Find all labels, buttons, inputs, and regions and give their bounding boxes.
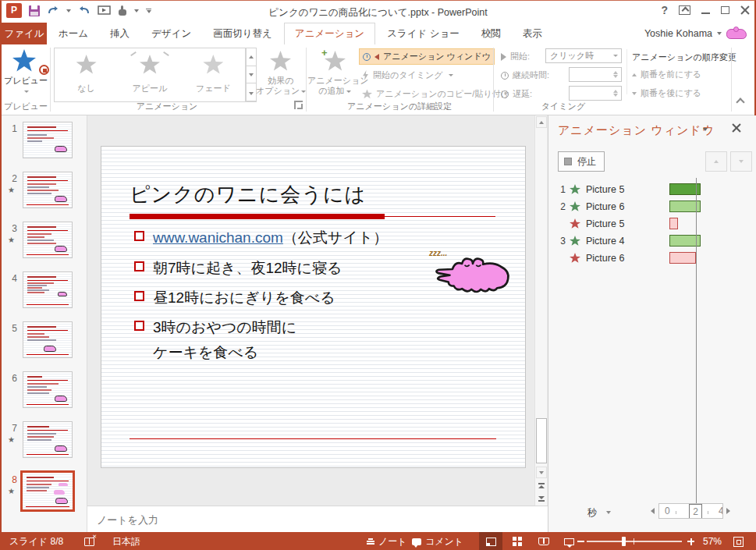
tab-review[interactable]: 校閲 xyxy=(471,23,511,44)
timeline-scroll-right[interactable] xyxy=(726,508,730,514)
slide-sorter-button[interactable] xyxy=(506,532,529,550)
redo-icon[interactable] xyxy=(78,5,91,16)
slide-thumbnail-3[interactable]: 3 ★ xyxy=(2,222,87,265)
animation-painter-button[interactable]: アニメーションのコピー/貼り付け xyxy=(359,86,513,102)
tab-design[interactable]: デザイン xyxy=(141,23,201,44)
gallery-scroll-up[interactable] xyxy=(247,48,256,66)
vertical-scrollbar[interactable] xyxy=(534,115,547,506)
tab-transitions[interactable]: 画面切り替え xyxy=(203,23,282,44)
add-animation-label[interactable]: アニメーションの追加 xyxy=(307,76,362,96)
gallery-item-none[interactable]: なし xyxy=(55,48,118,101)
slide-counter[interactable]: スライド 8/8 xyxy=(9,532,63,550)
customize-qat-icon[interactable] xyxy=(146,9,151,13)
stop-button[interactable]: 停止 xyxy=(558,151,605,172)
next-slide-button[interactable] xyxy=(537,494,546,504)
zoom-slider-thumb[interactable] xyxy=(622,537,626,546)
save-icon[interactable] xyxy=(29,5,40,16)
time-marker[interactable]: 2 xyxy=(689,504,702,519)
tab-home[interactable]: ホーム xyxy=(48,23,98,44)
slide-thumbnail-4[interactable]: 4 xyxy=(2,271,87,315)
ribbon-display-options-icon[interactable] xyxy=(679,5,690,15)
slide-thumbnail-6[interactable]: 6 xyxy=(2,371,87,415)
notes-pane[interactable]: ノートを入力 xyxy=(87,506,548,532)
zoom-out-button[interactable] xyxy=(577,532,584,550)
notes-button[interactable]: ノート xyxy=(367,532,407,550)
bullet-item-4[interactable]: 3時のおやつの時間に xyxy=(134,318,296,338)
scroll-thumb[interactable] xyxy=(536,418,547,463)
slide-canvas[interactable]: ピンクのワニに会うには www.wanichan.com（公式サイト） 朝7時に… xyxy=(101,146,526,468)
comments-button[interactable]: コメント xyxy=(412,532,463,550)
move-earlier-button[interactable]: 順番を前にする xyxy=(632,69,701,80)
preview-button[interactable] xyxy=(12,49,36,72)
scroll-down-button[interactable] xyxy=(536,467,547,478)
zoom-percent[interactable]: 57% xyxy=(703,532,722,550)
slide-thumbnail-1[interactable]: 1 xyxy=(2,122,87,165)
pane-menu-arrow-icon[interactable] xyxy=(703,128,708,131)
tab-animations[interactable]: アニメーション xyxy=(284,23,375,44)
slide-title[interactable]: ピンクのワニに会うには xyxy=(130,181,366,208)
bullet-item-1[interactable]: www.wanichan.com（公式サイト） xyxy=(134,228,388,248)
animation-timeline-bar[interactable] xyxy=(669,218,678,229)
animation-item-3[interactable]: Picture 5 xyxy=(548,215,756,232)
animation-item-4[interactable]: 3 Picture 4 xyxy=(548,232,756,250)
collapse-ribbon-icon[interactable] xyxy=(736,98,744,106)
seconds-dropdown[interactable]: 秒 xyxy=(587,506,597,520)
slide-thumbnail-8[interactable]: 8 ★ xyxy=(2,473,87,516)
delay-spinner[interactable] xyxy=(569,86,622,101)
slide-thumbnail-2[interactable]: 2 ★ xyxy=(2,172,87,215)
effect-options-button[interactable] xyxy=(270,51,291,71)
previous-slide-button[interactable] xyxy=(537,481,546,491)
reorder-up-button[interactable] xyxy=(705,151,727,172)
animation-pane-button[interactable]: アニメーション ウィンドウ xyxy=(359,48,495,65)
maximize-icon[interactable] xyxy=(721,6,729,14)
start-slideshow-icon[interactable] xyxy=(98,5,111,16)
tab-slideshow[interactable]: スライド ショー xyxy=(377,23,470,44)
gallery-scroll-down[interactable] xyxy=(247,66,256,84)
close-icon[interactable] xyxy=(740,5,750,15)
scroll-up-button[interactable] xyxy=(536,116,547,128)
hyperlink[interactable]: www.wanichan.com xyxy=(153,229,283,246)
preview-button-label[interactable]: プレビュー xyxy=(2,76,50,96)
move-later-button[interactable]: 順番を後にする xyxy=(632,87,701,99)
pane-close-icon[interactable] xyxy=(731,122,742,133)
time-cursor[interactable] xyxy=(696,178,697,516)
zoom-in-button[interactable] xyxy=(687,532,694,550)
animation-timeline-bar[interactable] xyxy=(669,252,696,264)
undo-icon[interactable] xyxy=(47,5,59,16)
reading-view-button[interactable] xyxy=(532,532,555,550)
reorder-down-button[interactable] xyxy=(730,151,752,172)
slide-thumbnail-7[interactable]: 7 ★ xyxy=(2,421,87,465)
effect-options-label[interactable]: 効果のオプション xyxy=(256,76,306,96)
bullet-item-4-line2[interactable]: ケーキを食べる xyxy=(153,342,258,363)
notes-placeholder[interactable]: ノートを入力 xyxy=(97,513,158,527)
touch-mode-icon[interactable] xyxy=(118,5,127,16)
trigger-button[interactable]: 開始のタイミング xyxy=(359,67,456,83)
proofing-icon[interactable] xyxy=(84,532,94,550)
powerpoint-logo-icon[interactable]: P xyxy=(6,3,22,18)
tab-view[interactable]: 表示 xyxy=(513,23,552,44)
gallery-more-button[interactable] xyxy=(247,83,256,101)
zoom-slider-track[interactable] xyxy=(587,541,682,542)
normal-view-button[interactable] xyxy=(479,532,502,550)
add-animation-button[interactable]: + xyxy=(325,51,346,71)
duration-spinner[interactable] xyxy=(569,67,622,82)
gallery-item-fade[interactable]: フェード xyxy=(182,48,245,101)
undo-dropdown-arrow[interactable] xyxy=(66,9,71,12)
account-area[interactable]: Yoshie Kohama xyxy=(644,23,754,44)
timeline-scroll-left[interactable] xyxy=(651,508,655,514)
seconds-dropdown-arrow[interactable] xyxy=(606,511,611,514)
help-icon[interactable]: ? xyxy=(661,4,668,16)
tab-insert[interactable]: 挿入 xyxy=(100,23,140,44)
bullet-item-3[interactable]: 昼12時におにぎりを食べる xyxy=(134,288,335,308)
fit-slide-button[interactable] xyxy=(733,532,744,550)
bullet-item-2[interactable]: 朝7時に起き、夜12時に寝る xyxy=(134,258,342,279)
touch-mode-dropdown-arrow[interactable] xyxy=(134,9,139,12)
slide-thumbnail-5[interactable]: 5 xyxy=(2,321,87,365)
gallery-item-appear[interactable]: アピール xyxy=(118,48,181,101)
dialog-launcher-icon[interactable] xyxy=(294,101,303,109)
animation-item-1[interactable]: 1 Picture 5 xyxy=(548,181,756,198)
crocodile-drawing[interactable] xyxy=(432,253,513,295)
minimize-icon[interactable] xyxy=(701,12,710,14)
animation-item-2[interactable]: 2 Picture 6 xyxy=(548,198,756,215)
animation-item-5[interactable]: Picture 6 xyxy=(548,250,756,267)
